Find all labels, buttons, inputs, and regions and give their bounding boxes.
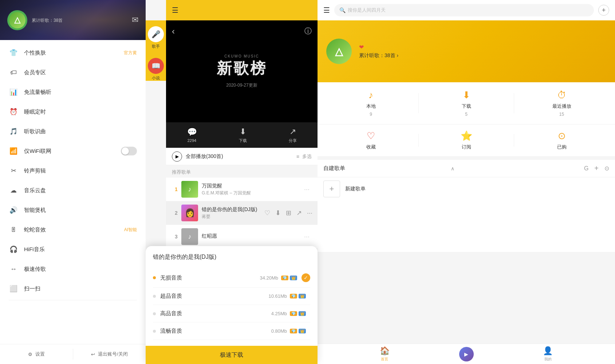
user-avatar[interactable]: △ [326, 39, 352, 64]
blue-badge: 👑 [299, 329, 306, 333]
multi-select-button[interactable]: 多选 [302, 153, 312, 160]
play-all-bar: ▶ 全部播放(300首) ≡ 多选 [166, 148, 318, 165]
sidebar-item-ringtone[interactable]: ✂ 铃声剪辑 [0, 161, 146, 181]
sidebar-item-snake_effect[interactable]: 🎚 蛇蛇音效 AI智能 [0, 220, 146, 240]
download-stat[interactable]: ⬇ 下载 5 [419, 90, 514, 117]
search-placeholder: 搜你是人间四月天 [348, 7, 386, 13]
new-playlist-item[interactable]: + 新建歌单 [318, 177, 615, 201]
song-actions: ♡ ⬇ ⊞ ↗ ··· [264, 209, 312, 217]
playlist-title: 自建歌单 [323, 165, 451, 172]
purchased-stat[interactable]: ⊙ 已购 [514, 130, 609, 150]
mail-icon[interactable]: ✉ [132, 15, 138, 25]
menu-label-snake_effect: 蛇蛇音效 [24, 226, 124, 233]
sidebar-item-wifi_only[interactable]: 📶 仅WiFi联网 [0, 141, 146, 161]
blue-badge: 👑 [299, 294, 306, 298]
list-item[interactable]: 无损音质 34.20Mb 💎 👑 ✓ [153, 268, 310, 288]
now-playing-circle: ▶ [459, 347, 474, 361]
download-action[interactable]: ⬇ 下载 [239, 127, 247, 143]
more-button[interactable]: ··· [301, 232, 312, 242]
add-button[interactable]: + [598, 5, 609, 16]
logout-button[interactable]: ↩ 退出账号/关闭 [73, 344, 146, 364]
subscribe-stat[interactable]: ⭐ 订阅 [419, 130, 514, 150]
chart-panel: 🎤 歌手 📖 小说 ☰ ‹ CKUWO MUSIC 新歌榜 2020-09-27… [146, 0, 318, 364]
sidebar-footer: ⚙ 设置 ↩ 退出账号/关闭 [0, 344, 146, 364]
thumb-image: 👩 [181, 205, 198, 221]
singer-avatar: 🎤 [148, 26, 164, 42]
sidebar-item-free_traffic[interactable]: 📊 免流量畅听 [0, 82, 146, 102]
menu-label-ringtone: 铃声剪辑 [24, 167, 137, 174]
add-playlist-button[interactable]: + [594, 164, 599, 173]
local-label: 本地 [366, 103, 376, 110]
quality-dot-smooth [153, 330, 156, 333]
recent-label: 最近播放 [552, 103, 571, 110]
list-item[interactable]: 流畅音质 0.80Mb 💎 👑 [153, 323, 310, 340]
my-music-panel: ☰ 🔍 搜你是人间四月天 + △ ❤ 累计听歌：38首 › ♪ 本地 9 ⬇ 下… [318, 0, 615, 364]
right-menu-icon[interactable]: ☰ [323, 6, 330, 15]
menu-icon-free_traffic: 📊 [9, 87, 18, 97]
my-icon: 👤 [543, 346, 553, 356]
my-label: 我的 [544, 357, 552, 362]
play-all-button[interactable]: ▶ [172, 151, 182, 162]
now-playing-button[interactable]: ▶ [452, 344, 481, 364]
settings-label: 设置 [35, 351, 45, 357]
home-nav-item[interactable]: 🏠 首页 [318, 346, 452, 362]
more-button[interactable]: ··· [301, 184, 312, 195]
list-item[interactable]: 超品音质 10.61Mb 💎 👑 [153, 288, 310, 305]
share-song-button[interactable]: ↗ [296, 209, 302, 217]
table-row[interactable]: 3 ♪ 红昭愿 ··· [166, 225, 318, 248]
chart-actions: 💬 2294 ⬇ 下载 ↗ 分享 [166, 122, 318, 148]
menu-icon-cloud: ☁ [9, 186, 18, 195]
novel-tab[interactable]: 📖 小说 [148, 58, 164, 81]
collapse-icon[interactable]: ∧ [451, 166, 578, 171]
my-nav-item[interactable]: 👤 我的 [481, 346, 615, 362]
menu-badge-skin: 官方黄 [124, 50, 137, 56]
check-icon: ✓ [301, 273, 310, 282]
add-to-list-button[interactable]: ⊞ [286, 209, 291, 217]
recent-stat[interactable]: ⏱ 最近播放 15 [514, 90, 609, 117]
sort-icon[interactable]: ≡ [296, 154, 299, 159]
chart-menu-icon[interactable]: ☰ [172, 6, 178, 15]
sidebar-panel: △ 累计听歌：38首 ✉ 👕 个性换肤 官方黄 🏷 会员专区 📊 免流量畅听 ⏰… [0, 0, 146, 364]
song-info: 万国觉醒 G.E.M.邓紫棋 – 万国觉醒 [202, 183, 301, 196]
heart-decoration: ❤ [359, 44, 398, 51]
quality-size: 34.20Mb [260, 275, 278, 281]
table-row[interactable]: 2 👩 错的是你伤的是我(DJ版) 蒋婴 ♡ ⬇ ⊞ ↗ ··· [166, 201, 318, 225]
sidebar-item-vip[interactable]: 🏷 会员专区 [0, 63, 146, 82]
sidebar-item-fast_transfer[interactable]: ↔ 极速传歌 [0, 259, 146, 279]
sidebar-item-smart_speaker[interactable]: 🔊 智能煲机 [0, 200, 146, 220]
recent-count: 15 [559, 112, 564, 117]
popup-download-button[interactable]: 极速下载 [146, 346, 318, 364]
sidebar-item-sleep_timer[interactable]: ⏰ 睡眠定时 [0, 102, 146, 122]
comment-action[interactable]: 💬 2294 [187, 127, 197, 143]
download-icon: ⬇ [462, 90, 470, 101]
search-bar[interactable]: 🔍 搜你是人间四月天 [334, 4, 594, 16]
sidebar-item-hifi[interactable]: 🎧 HiFi音乐 [0, 240, 146, 259]
local-stat[interactable]: ♪ 本地 9 [323, 90, 418, 117]
list-item[interactable]: 高品音质 4.25Mb 💎 👑 [153, 305, 310, 323]
home-label: 首页 [381, 357, 388, 362]
avatar[interactable]: △ [7, 10, 27, 30]
info-button[interactable]: ⓘ [304, 26, 312, 36]
download-song-button[interactable]: ⬇ [275, 209, 281, 217]
favorite-button[interactable]: ♡ [264, 209, 270, 217]
new-playlist-label: 新建歌单 [345, 186, 366, 192]
sidebar-item-recognize[interactable]: 🎵 听歌识曲 [0, 122, 146, 141]
table-row[interactable]: 1 ♪ 万国觉醒 G.E.M.邓紫棋 – 万国觉醒 ··· [166, 178, 318, 201]
playlist-settings-button[interactable]: ⊙ [604, 165, 609, 172]
sidebar-item-cloud[interactable]: ☁ 音乐云盘 [0, 181, 146, 200]
quality-dot-high [153, 312, 156, 315]
playlist-header: 自建歌单 ∧ G + ⊙ [318, 160, 615, 177]
user-listen-count[interactable]: 累计听歌：38首 › [359, 52, 398, 58]
share-action[interactable]: ↗ 分享 [289, 127, 297, 143]
local-icon: ♪ [368, 90, 373, 101]
more-song-button[interactable]: ··· [307, 209, 312, 217]
back-button[interactable]: ‹ [172, 26, 175, 36]
favorite-stat[interactable]: ♡ 收藏 [323, 130, 418, 150]
quality-label: 高品音质 [160, 310, 271, 317]
sidebar-item-skin[interactable]: 👕 个性换肤 官方黄 [0, 43, 146, 63]
settings-button[interactable]: ⚙ 设置 [0, 344, 73, 364]
singer-tab[interactable]: 🎤 歌手 [148, 26, 164, 49]
sidebar-item-scan[interactable]: ⬜ 扫一扫 [0, 279, 146, 298]
sync-icon[interactable]: G [584, 165, 588, 172]
wifi-toggle[interactable] [121, 147, 137, 155]
